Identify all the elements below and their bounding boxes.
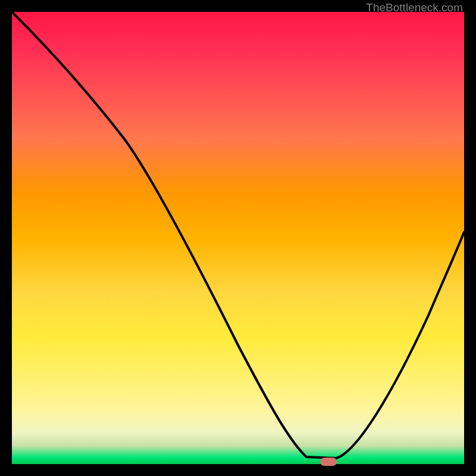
bottleneck-curve [12, 12, 464, 464]
optimal-point-marker [320, 458, 337, 466]
watermark-text: TheBottleneck.com [366, 1, 463, 14]
